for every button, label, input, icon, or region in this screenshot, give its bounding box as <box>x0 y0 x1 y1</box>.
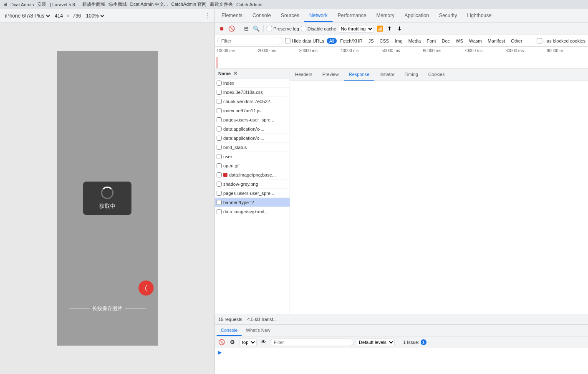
req-item-5[interactable]: data:application/x-... <box>215 124 290 134</box>
more-options-button[interactable]: ⋮ <box>204 12 211 20</box>
req-item-6[interactable]: data:application/x-... <box>215 134 290 143</box>
detail-tab-headers[interactable]: Headers <box>290 68 318 81</box>
throttle-selector[interactable]: No throttling <box>338 25 374 33</box>
disable-cache-label[interactable]: Disable cache <box>301 26 336 31</box>
tab-performance[interactable]: Performance <box>333 9 371 22</box>
req-checkbox-10[interactable] <box>217 172 222 177</box>
wifi-icon[interactable]: 📶 <box>376 25 384 33</box>
req-checkbox-0[interactable] <box>217 81 222 86</box>
console-tab-whatsnew[interactable]: What's New <box>242 325 274 336</box>
filter-fetch-xhr[interactable]: Fetch/XHR <box>338 38 365 44</box>
shop2-bookmark[interactable]: 绿生商城 <box>109 1 127 8</box>
detail-tab-response[interactable]: Response <box>344 68 375 81</box>
req-item-4[interactable]: pages-users-user_spre... <box>215 115 290 124</box>
shop1-bookmark[interactable]: 新战生商城 <box>82 1 105 8</box>
console-filter-input[interactable] <box>270 339 353 346</box>
tab-sources[interactable]: Sources <box>276 9 304 22</box>
filter-other[interactable]: Other <box>508 38 525 44</box>
tab-security[interactable]: Security <box>434 9 462 22</box>
console-clear-button[interactable]: 🚫 <box>217 338 226 346</box>
console-settings-button[interactable]: ⚙ <box>228 338 237 346</box>
new-folder-bookmark[interactable]: 新建文件夹 <box>210 1 233 8</box>
import-button[interactable]: ⬆ <box>386 25 394 33</box>
preserve-log-checkbox[interactable] <box>267 26 272 31</box>
console-tab-console[interactable]: Console <box>217 325 242 336</box>
req-item-1[interactable]: index.3e73f18a.css <box>215 88 290 97</box>
req-checkbox-3[interactable] <box>217 108 222 113</box>
req-item-7[interactable]: bind_status <box>215 143 290 152</box>
req-checkbox-11[interactable] <box>217 182 222 187</box>
detail-tab-preview[interactable]: Preview <box>318 68 344 81</box>
req-checkbox-7[interactable] <box>217 145 222 150</box>
req-checkbox-4[interactable] <box>217 117 222 122</box>
console-panel: Console What's New 🚫 ⚙ top 👁 Default lev… <box>215 324 588 374</box>
filter-doc[interactable]: Doc <box>439 38 452 44</box>
req-checkbox-12[interactable] <box>217 191 222 196</box>
detail-tab-timing[interactable]: Timing <box>399 68 423 81</box>
req-item-9[interactable]: open.gif <box>215 161 290 170</box>
filter-wasm[interactable]: Wasm <box>467 38 485 44</box>
hide-data-urls-label[interactable]: Hide data URLs <box>285 38 324 43</box>
disable-cache-checkbox[interactable] <box>301 26 306 31</box>
filter-font[interactable]: Font <box>424 38 438 44</box>
record-button[interactable]: ⏺ <box>217 25 226 33</box>
dcat-cn-bookmark[interactable]: Dcat Admin 中文... <box>130 1 168 8</box>
preserve-log-label[interactable]: Preserve log <box>267 26 299 31</box>
console-prompt-arrow[interactable]: ▶ <box>218 350 222 355</box>
tab-console[interactable]: Console <box>247 9 276 22</box>
blocked-cookies-checkbox[interactable] <box>537 38 542 43</box>
req-item-8[interactable]: user <box>215 152 290 161</box>
req-checkbox-13[interactable] <box>217 200 222 205</box>
laravel-bookmark[interactable]: | Laravel 5.8... <box>50 2 79 7</box>
filter-ws[interactable]: WS <box>453 38 466 44</box>
device-selector[interactable]: iPhone 6/7/8 Plus <box>3 13 51 19</box>
req-item-3[interactable]: index.be97ae11.js <box>215 106 290 115</box>
filter-all[interactable]: All <box>327 38 337 44</box>
clear-button[interactable]: 🚫 <box>227 25 236 33</box>
req-item-14[interactable]: data:image/svg+xml;... <box>215 207 290 216</box>
filter-input[interactable] <box>217 37 283 45</box>
dcat-admin-bookmark[interactable]: Dcat Admin <box>10 2 34 7</box>
req-checkbox-9[interactable] <box>217 163 222 168</box>
tab-network[interactable]: Network <box>304 9 333 22</box>
export-button[interactable]: ⬇ <box>396 25 404 33</box>
req-checkbox-8[interactable] <box>217 154 222 159</box>
catchadmin-official-bookmark[interactable]: CatchAdmin 官网 <box>171 1 207 8</box>
filter-img[interactable]: Img <box>392 38 405 44</box>
req-item-13[interactable]: banner?type=2 <box>215 198 290 207</box>
req-checkbox-6[interactable] <box>217 136 222 141</box>
blocked-cookies-label[interactable]: Has blocked cookies <box>537 38 585 43</box>
hide-data-urls-checkbox[interactable] <box>285 38 290 43</box>
tab-elements[interactable]: Elements <box>217 9 247 22</box>
req-item-0[interactable]: index <box>215 78 290 88</box>
zoom-selector[interactable]: 100% <box>84 13 106 19</box>
install-bookmark[interactable]: 安装 <box>37 1 46 8</box>
req-checkbox-5[interactable] <box>217 126 222 131</box>
console-levels-selector[interactable]: Default levels <box>356 339 395 346</box>
catchadmin-bookmark[interactable]: Catch Admin <box>236 2 262 7</box>
filter-css[interactable]: CSS <box>377 38 392 44</box>
tab-lighthouse[interactable]: Lighthouse <box>462 9 497 22</box>
search-button[interactable]: 🔍 <box>252 25 260 33</box>
detail-tab-cookies[interactable]: Cookies <box>423 68 450 81</box>
timeline-area: 10000 ms 20000 ms 30000 ms 40000 ms 5000… <box>215 47 588 68</box>
req-item-10[interactable]: data:image/png;base... <box>215 170 290 179</box>
fab-button[interactable]: ( <box>139 280 154 296</box>
req-item-2[interactable]: chunk-vendors.7e0522... <box>215 97 290 106</box>
req-checkbox-14[interactable] <box>217 209 222 214</box>
console-target-selector[interactable]: top <box>239 339 257 346</box>
filter-manifest[interactable]: Manifest <box>485 38 508 44</box>
console-visibility-button[interactable]: 👁 <box>259 338 268 346</box>
detail-tab-initiator[interactable]: Initiator <box>374 68 399 81</box>
filter-button[interactable]: ⊟ <box>242 25 250 33</box>
req-checkbox-2[interactable] <box>217 99 222 104</box>
close-detail-button[interactable]: ✕ <box>233 71 237 76</box>
devtools-panel: Elements Console Sources Network Perform… <box>215 9 588 374</box>
filter-media[interactable]: Media <box>406 38 424 44</box>
req-checkbox-1[interactable] <box>217 90 222 95</box>
tab-application[interactable]: Application <box>399 9 434 22</box>
tab-memory[interactable]: Memory <box>371 9 399 22</box>
req-item-11[interactable]: shadow-grey.png <box>215 179 290 189</box>
filter-js[interactable]: JS <box>366 38 376 44</box>
req-item-12[interactable]: pages-users-user_spre... <box>215 189 290 198</box>
